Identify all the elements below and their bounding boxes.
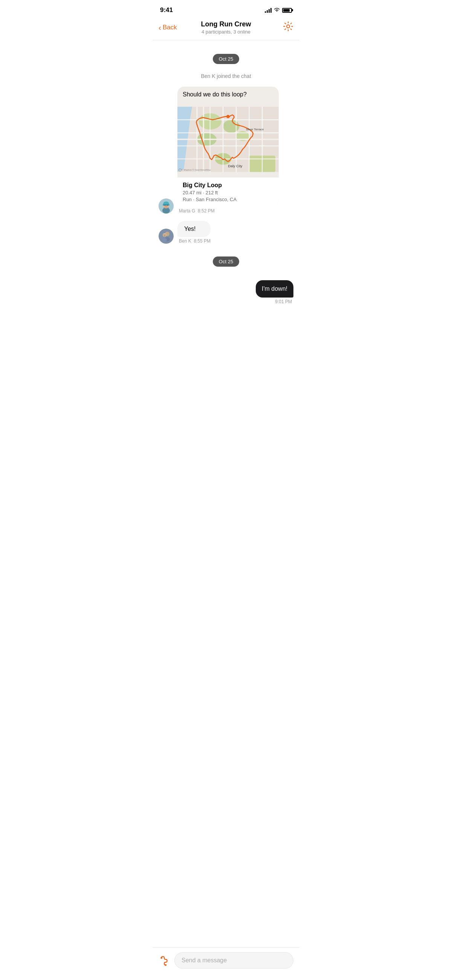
back-label: Back	[163, 24, 177, 31]
back-chevron-icon: ‹	[159, 23, 161, 32]
svg-point-35	[162, 238, 167, 242]
nav-header: ‹ Back Long Run Crew 4 participants, 3 o…	[153, 18, 299, 40]
svg-text:Daly City: Daly City	[228, 164, 242, 168]
marta-time: 8:52 PM	[198, 208, 215, 213]
nav-title: Long Run Crew	[201, 20, 251, 28]
svg-point-5	[165, 205, 166, 206]
ben-meta: Ben K 8:55 PM	[177, 239, 210, 244]
nav-subtitle: 4 participants, 3 online	[201, 29, 251, 35]
date-badge-1: Oct 25	[159, 54, 293, 64]
date-badge-1-text: Oct 25	[213, 54, 239, 64]
marta-sender: Marta G	[179, 208, 195, 213]
status-time: 9:41	[160, 6, 173, 14]
svg-point-2	[162, 207, 170, 213]
route-name: Big City Loop	[183, 182, 274, 189]
date-badge-2: Oct 25	[159, 256, 293, 267]
chat-container: Oct 25 Ben K joined the chat	[153, 40, 299, 357]
map-info: Big City Loop 20.47 mi · 212 ft Run · Sa…	[177, 177, 279, 207]
battery-icon	[282, 8, 292, 13]
ben-time: 8:55 PM	[194, 239, 210, 244]
svg-point-26	[226, 115, 230, 118]
ben-sender: Ben K	[179, 239, 191, 244]
status-bar: 9:41	[153, 0, 299, 18]
outgoing-bubble: I'm down!	[256, 280, 293, 298]
svg-point-0	[286, 25, 290, 28]
svg-point-6	[167, 205, 168, 206]
svg-point-37	[165, 235, 166, 235]
map-card-combined[interactable]: Should we do this loop?	[177, 87, 279, 207]
date-badge-2-text: Oct 25	[213, 256, 239, 267]
svg-rect-4	[163, 204, 170, 206]
marta-meta: Marta G 8:52 PM	[177, 208, 279, 213]
avatar-ben	[159, 229, 173, 244]
svg-point-36	[164, 235, 165, 235]
marta-message-text: Should we do this loop?	[177, 87, 279, 102]
outgoing-time: 9:01 PM	[275, 299, 293, 304]
system-message: Ben K joined the chat	[159, 73, 293, 79]
ben-message-wrapper: Yes! Ben K 8:55 PM	[177, 221, 210, 244]
ben-bubble: Yes!	[177, 221, 210, 237]
message-row-marta: Should we do this loop?	[159, 87, 293, 213]
message-row-ben: Yes! Ben K 8:55 PM	[159, 221, 293, 244]
status-icons	[265, 7, 292, 13]
outgoing-section: I'm down! 9:01 PM	[159, 280, 293, 304]
avatar-marta	[159, 199, 173, 213]
svg-point-9	[223, 120, 239, 133]
settings-button[interactable]	[283, 21, 293, 34]
svg-text:Silver Terrace: Silver Terrace	[246, 128, 264, 131]
route-details-1: 20.47 mi · 212 ft	[183, 190, 274, 196]
nav-center: Long Run Crew 4 participants, 3 online	[201, 20, 251, 35]
route-details-2: Run · San Francisco, CA	[183, 197, 274, 202]
back-button[interactable]: ‹ Back	[159, 23, 177, 32]
svg-text:© Mapbox © OpenStreetMap: © Mapbox © OpenStreetMap	[181, 169, 211, 171]
map-image[interactable]: Silver Terrace Daly City © Mapbox © Open…	[177, 102, 279, 177]
wifi-icon	[274, 7, 280, 13]
marta-message-wrapper: Should we do this loop?	[177, 87, 279, 213]
signal-icon	[265, 8, 272, 13]
